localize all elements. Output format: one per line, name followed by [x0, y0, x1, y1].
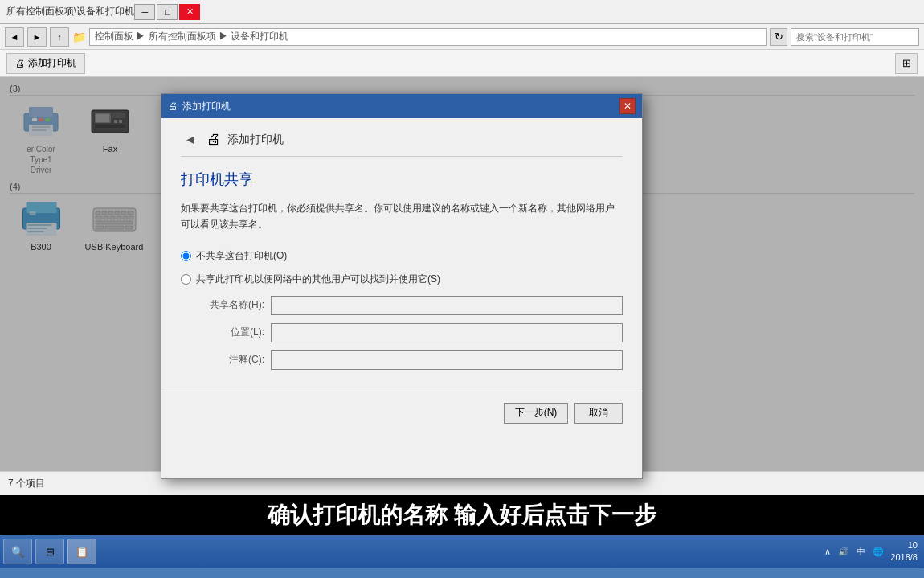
dialog-back-button[interactable]: ◄ [181, 133, 200, 147]
close-window-button[interactable]: ✕ [179, 4, 200, 20]
dialog-description: 如果要共享这台打印机，你必须提供共享名。你可以使用建议的名称或键入一个新名称，其… [181, 200, 623, 233]
taskbar-right: ∧ 🔊 中 🌐 10 2018/8 [824, 539, 921, 564]
title-bar-buttons: ─ □ ✕ [134, 4, 200, 20]
view-button[interactable]: ⊞ [895, 53, 918, 74]
taskbar-time: 10 [890, 539, 918, 551]
back-button[interactable]: ◄ [5, 27, 24, 47]
form-label-location: 位置(L): [200, 326, 264, 339]
dialog-title-text: 添加打印机 [182, 100, 619, 113]
taskbar-task-view-button[interactable]: ⊟ [35, 539, 64, 564]
address-path[interactable]: 控制面板 ▶ 所有控制面板项 ▶ 设备和打印机 [89, 28, 767, 46]
modal-overlay: 🖨 添加打印机 ✕ ◄ 🖨 添加打印机 打印机共享 [0, 77, 924, 471]
dialog-titlebar: 🖨 添加打印机 ✕ [161, 94, 642, 118]
comment-input[interactable] [271, 350, 623, 370]
up-button[interactable]: ↑ [50, 27, 69, 47]
restore-button[interactable]: □ [157, 4, 178, 20]
radio-no-share-input[interactable] [181, 251, 191, 261]
taskbar-clock: 10 2018/8 [890, 539, 918, 564]
address-path-text: 控制面板 ▶ 所有控制面板项 ▶ 设备和打印机 [95, 30, 288, 43]
search-input[interactable] [791, 28, 919, 46]
taskbar-date: 2018/8 [890, 551, 918, 564]
title-bar-text: 所有控制面板项\设备和打印机 [6, 5, 134, 18]
dialog-close-button[interactable]: ✕ [619, 98, 636, 114]
subtitle-text: 确认打印机的名称 输入好后点击下一步 [268, 500, 656, 531]
radio-share[interactable]: 共享此打印机以便网络中的其他用户可以找到并使用它(S) [181, 273, 623, 286]
dialog-header-row: ◄ 🖨 添加打印机 [181, 131, 623, 157]
dialog-footer: 下一步(N) 取消 [161, 391, 642, 437]
refresh-button[interactable]: ↻ [770, 28, 787, 46]
form-row-comment: 注释(C): [200, 350, 623, 370]
form-row-location: 位置(L): [200, 323, 623, 342]
form-fields: 共享名称(H): 位置(L): 注释(C): [200, 296, 623, 370]
main-area: (3) [0, 77, 924, 471]
cancel-button[interactable]: 取消 [574, 403, 623, 424]
minimize-button[interactable]: ─ [134, 4, 155, 20]
dialog-printer-icon: 🖨 [168, 100, 178, 112]
radio-no-share-label: 不共享这台打印机(O) [196, 249, 287, 263]
dialog-header-label: 添加打印机 [227, 133, 284, 147]
next-button[interactable]: 下一步(N) [504, 403, 568, 424]
title-bar: 所有控制面板项\设备和打印机 ─ □ ✕ [0, 0, 924, 24]
add-printer-dialog: 🖨 添加打印机 ✕ ◄ 🖨 添加打印机 打印机共享 [161, 93, 643, 479]
taskbar-system-icons: ∧ 🔊 中 🌐 [824, 546, 885, 558]
form-label-sharename: 共享名称(H): [200, 298, 264, 312]
dialog-header-printer-icon: 🖨 [206, 131, 221, 148]
radio-share-input[interactable] [181, 274, 191, 285]
dialog-section-title: 打印机共享 [181, 170, 623, 189]
location-input[interactable] [271, 323, 623, 342]
taskbar: 🔍 ⊟ 📋 ∧ 🔊 中 🌐 10 2018/8 [0, 535, 924, 568]
radio-no-share[interactable]: 不共享这台打印机(O) [181, 249, 623, 263]
printer-icon-small: 🖨 [15, 58, 25, 69]
radio-share-label: 共享此打印机以便网络中的其他用户可以找到并使用它(S) [196, 273, 440, 286]
add-printer-button[interactable]: 🖨 添加打印机 [6, 53, 85, 74]
dialog-body: ◄ 🖨 添加打印机 打印机共享 如果要共享这台打印机，你必须提供共享名。你可以使… [161, 118, 642, 391]
folder-icon: 📁 [72, 31, 86, 43]
taskbar-explorer-button[interactable]: 📋 [67, 539, 96, 564]
item-count: 7 个项目 [8, 477, 45, 490]
form-label-comment: 注释(C): [200, 353, 264, 367]
add-printer-label: 添加打印机 [28, 56, 76, 70]
forward-button[interactable]: ► [27, 27, 47, 47]
address-bar: ◄ ► ↑ 📁 控制面板 ▶ 所有控制面板项 ▶ 设备和打印机 ↻ [0, 24, 924, 50]
sharename-input[interactable] [271, 296, 623, 315]
taskbar-search-button[interactable]: 🔍 [3, 539, 32, 564]
subtitle-bar: 确认打印机的名称 输入好后点击下一步 [0, 495, 924, 535]
form-row-sharename: 共享名称(H): [200, 296, 623, 315]
toolbar: 🖨 添加打印机 ⊞ [0, 50, 924, 77]
